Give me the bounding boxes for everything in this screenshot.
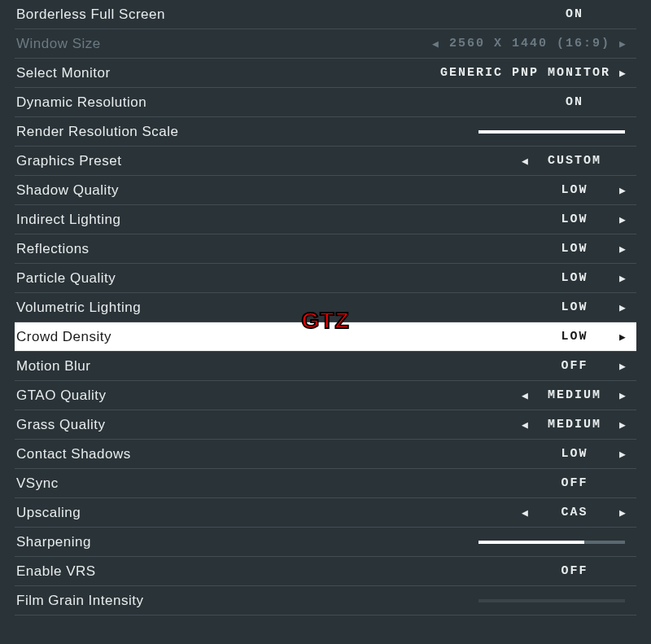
chevron-right-icon[interactable]: ▶ — [615, 360, 631, 373]
setting-value-area: ◀LOW▶ — [444, 183, 631, 197]
setting-label: Upscaling — [16, 505, 444, 521]
setting-value: CAS — [534, 506, 615, 519]
chevron-right-icon[interactable]: ▶ — [615, 243, 631, 256]
setting-row[interactable]: Film Grain Intensity — [15, 586, 636, 616]
setting-value-area: ◀MEDIUM▶ — [444, 418, 631, 432]
setting-value-area: ◀OFF▶ — [444, 359, 631, 373]
chevron-right-icon[interactable]: ▶ — [615, 301, 631, 314]
slider-track[interactable] — [478, 599, 625, 602]
chevron-right-icon[interactable]: ▶ — [615, 213, 631, 226]
setting-value-area: ◀OFF▶ — [444, 476, 631, 490]
setting-label: Window Size — [16, 36, 428, 52]
setting-value-area: ◀LOW▶ — [444, 330, 631, 344]
setting-row[interactable]: Contact Shadows◀LOW▶ — [15, 440, 636, 469]
setting-value: OFF — [534, 564, 615, 578]
setting-value: CUSTOM — [534, 154, 615, 168]
setting-row[interactable]: Reflections◀LOW▶ — [15, 234, 636, 264]
setting-value-area: ◀GENERIC PNP MONITOR▶ — [419, 66, 631, 80]
slider-fill — [478, 130, 625, 134]
setting-row[interactable]: VSync◀OFF▶ — [15, 469, 636, 498]
setting-value-area: ◀ON▶ — [444, 95, 631, 109]
setting-row[interactable]: Enable VRS◀OFF▶ — [15, 557, 636, 586]
chevron-left-icon[interactable]: ◀ — [518, 506, 534, 519]
setting-row[interactable]: Sharpening — [15, 528, 636, 557]
slider-track[interactable] — [478, 130, 625, 134]
setting-value-area: ◀LOW▶ — [444, 300, 631, 314]
setting-row[interactable]: GTAO Quality◀MEDIUM▶ — [15, 381, 636, 410]
chevron-right-icon[interactable]: ▶ — [615, 506, 631, 519]
chevron-left-icon[interactable]: ◀ — [518, 389, 534, 402]
setting-row[interactable]: Indirect Lighting◀LOW▶ — [15, 205, 636, 234]
slider-track[interactable] — [478, 541, 625, 544]
setting-label: Graphics Preset — [16, 153, 444, 169]
chevron-right-icon[interactable]: ▶ — [615, 389, 631, 402]
setting-label: Motion Blur — [16, 358, 444, 375]
setting-value: MEDIUM — [534, 418, 615, 432]
setting-value-area: ◀LOW▶ — [444, 447, 631, 461]
setting-row[interactable]: Graphics Preset◀CUSTOM▶ — [15, 147, 636, 176]
setting-label: Film Grain Intensity — [16, 593, 444, 609]
setting-row[interactable]: Motion Blur◀OFF▶ — [15, 352, 636, 381]
setting-value: LOW — [534, 183, 615, 197]
setting-label: Reflections — [16, 241, 444, 257]
setting-label: Particle Quality — [16, 270, 444, 287]
setting-row[interactable]: Grass Quality◀MEDIUM▶ — [15, 410, 636, 440]
setting-value-area: ◀MEDIUM▶ — [444, 388, 631, 402]
setting-value-area: ◀OFF▶ — [444, 564, 631, 578]
chevron-left-icon[interactable]: ◀ — [518, 418, 534, 432]
setting-value-area — [444, 541, 631, 544]
setting-row[interactable]: Particle Quality◀LOW▶ — [15, 264, 636, 293]
setting-value: OFF — [534, 476, 615, 490]
slider-fill — [478, 541, 584, 544]
setting-row[interactable]: Crowd Density◀LOW▶ — [15, 322, 636, 352]
setting-value-area: ◀ON▶ — [444, 7, 631, 21]
setting-value: LOW — [534, 212, 615, 226]
chevron-right-icon[interactable]: ▶ — [615, 331, 631, 344]
setting-row[interactable]: Select Monitor◀GENERIC PNP MONITOR▶ — [15, 59, 636, 88]
chevron-left-icon[interactable]: ◀ — [428, 37, 444, 50]
setting-value: MEDIUM — [534, 388, 615, 402]
setting-label: Sharpening — [16, 534, 444, 550]
setting-value: OFF — [534, 359, 615, 373]
setting-row[interactable]: Volumetric Lighting◀LOW▶ — [15, 293, 636, 322]
setting-label: Enable VRS — [16, 563, 444, 580]
setting-label: Indirect Lighting — [16, 212, 444, 228]
setting-label: Grass Quality — [16, 417, 444, 433]
chevron-right-icon[interactable]: ▶ — [615, 448, 631, 461]
setting-value-area — [444, 130, 631, 134]
setting-row[interactable]: Upscaling◀CAS▶ — [15, 498, 636, 528]
setting-label: Select Monitor — [16, 65, 419, 81]
setting-value-area: ◀LOW▶ — [444, 212, 631, 226]
setting-row[interactable]: Window Size◀2560 X 1440 (16:9)▶ — [15, 29, 636, 59]
setting-label: Dynamic Resolution — [16, 94, 444, 111]
setting-row[interactable]: Shadow Quality◀LOW▶ — [15, 176, 636, 205]
chevron-right-icon[interactable]: ▶ — [615, 272, 631, 285]
setting-label: Render Resolution Scale — [16, 124, 444, 140]
setting-value-area: ◀2560 X 1440 (16:9)▶ — [428, 37, 631, 50]
setting-label: Crowd Density — [16, 329, 444, 345]
setting-value: ON — [534, 7, 615, 21]
chevron-right-icon[interactable]: ▶ — [615, 418, 631, 432]
settings-list: Borderless Full Screen◀ON▶Window Size◀25… — [0, 0, 651, 616]
setting-label: Volumetric Lighting — [16, 300, 444, 316]
setting-value: 2560 X 1440 (16:9) — [444, 37, 615, 50]
setting-value: LOW — [534, 242, 615, 256]
setting-label: VSync — [16, 475, 444, 492]
setting-label: GTAO Quality — [16, 388, 444, 404]
chevron-right-icon[interactable]: ▶ — [615, 67, 631, 80]
setting-value-area: ◀CUSTOM▶ — [444, 154, 631, 168]
setting-value-area — [444, 599, 631, 602]
setting-row[interactable]: Render Resolution Scale — [15, 117, 636, 147]
chevron-right-icon[interactable]: ▶ — [615, 184, 631, 197]
setting-value: ON — [534, 95, 615, 109]
setting-value-area: ◀CAS▶ — [444, 506, 631, 519]
setting-value: LOW — [534, 330, 615, 344]
chevron-left-icon[interactable]: ◀ — [518, 155, 534, 168]
setting-row[interactable]: Dynamic Resolution◀ON▶ — [15, 88, 636, 117]
setting-value-area: ◀LOW▶ — [444, 242, 631, 256]
chevron-right-icon[interactable]: ▶ — [615, 37, 631, 50]
setting-row[interactable]: Borderless Full Screen◀ON▶ — [15, 0, 636, 29]
setting-value: GENERIC PNP MONITOR — [435, 66, 615, 80]
setting-label: Borderless Full Screen — [16, 7, 444, 23]
setting-value: LOW — [534, 271, 615, 285]
